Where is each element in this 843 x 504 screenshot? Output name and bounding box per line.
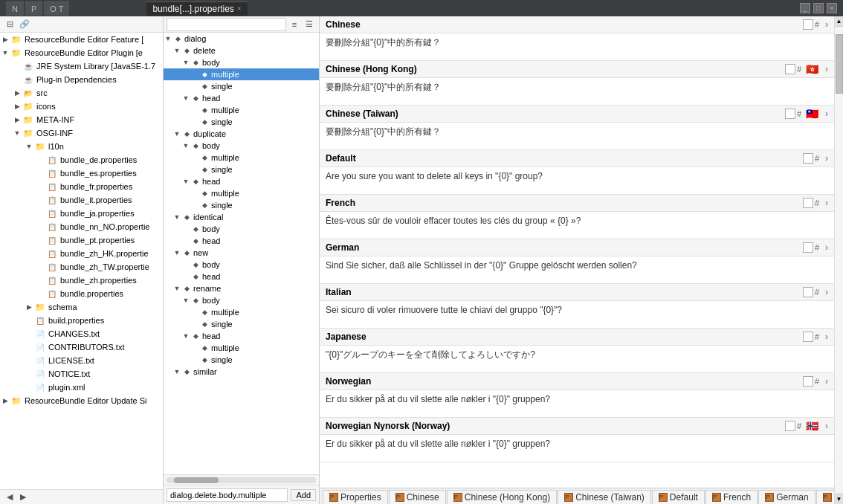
lang-checkbox[interactable] bbox=[803, 242, 813, 253]
tree-item[interactable]: ▼📁OSGI-INF bbox=[0, 126, 163, 140]
lang-text[interactable]: 要刪除分組"{0}"中的所有鍵？ bbox=[320, 123, 834, 149]
bundle-tree[interactable]: ▼◆dialog▼◆delete▼◆body◆multiple◆single▼◆… bbox=[164, 33, 319, 474]
middle-hscroll[interactable] bbox=[164, 474, 319, 485]
lang-text[interactable]: 要刪除分組"{0}"中的所有鍵？ bbox=[320, 33, 834, 60]
bundle-tree-item[interactable]: ▼◆head bbox=[164, 92, 319, 104]
search-input[interactable] bbox=[167, 18, 286, 31]
bottom-tab[interactable]: P German bbox=[758, 490, 815, 504]
bundle-tree-item[interactable]: ◆multiple bbox=[164, 342, 319, 354]
nav-prev-button[interactable]: ◀ bbox=[3, 491, 16, 504]
lang-expand-icon[interactable]: › bbox=[825, 242, 828, 253]
tree-item[interactable]: ☕JRE System Library [JavaSE-1.7 bbox=[0, 59, 163, 73]
lang-expand-icon[interactable]: › bbox=[825, 153, 828, 164]
bundle-tree-item[interactable]: ◆single bbox=[164, 80, 319, 92]
tree-item[interactable]: 📋bundle.properties bbox=[0, 287, 163, 300]
bottom-tab[interactable]: P Chinese (Hong Kong) bbox=[447, 490, 557, 504]
bottom-tab[interactable]: P Properties bbox=[323, 490, 388, 504]
tree-item[interactable]: 📋bundle_fr.properties bbox=[0, 180, 163, 193]
bundle-tree-item[interactable]: ▼◆body bbox=[164, 294, 319, 306]
add-key-button[interactable]: Add bbox=[291, 489, 316, 501]
minimize-button[interactable]: _ bbox=[800, 3, 810, 13]
bundle-tree-item[interactable]: ◆multiple bbox=[164, 306, 319, 318]
tab-n[interactable]: N bbox=[6, 1, 24, 16]
lang-checkbox[interactable] bbox=[803, 153, 813, 164]
bundle-tree-item[interactable]: ▼◆head bbox=[164, 330, 319, 342]
lang-text[interactable]: Are you sure you want to delete all keys… bbox=[320, 167, 834, 194]
lang-text[interactable]: Er du sikker på at du vil slette alle nø… bbox=[320, 390, 834, 417]
tree-item[interactable]: ▼📁ResourceBundle Editor Plugin [e bbox=[0, 46, 163, 59]
lang-expand-icon[interactable]: › bbox=[825, 376, 828, 387]
tree-item[interactable]: 📋bundle_zh_TW.propertie bbox=[0, 260, 163, 274]
lang-checkbox[interactable] bbox=[803, 287, 813, 297]
lang-expand-icon[interactable]: › bbox=[825, 64, 828, 74]
lang-text[interactable]: Êtes-vous sûr de vouloir effacer toutes … bbox=[320, 212, 834, 239]
bottom-tab[interactable]: P Chinese (Taiwan) bbox=[558, 490, 651, 504]
bundle-tree-item[interactable]: ▼◆identical bbox=[164, 211, 319, 223]
bottom-tab[interactable]: P Italian bbox=[816, 490, 834, 504]
lang-text[interactable]: 要刪除分組"{0}"中的所有鍵？ bbox=[320, 78, 834, 105]
lang-checkbox[interactable] bbox=[785, 421, 795, 431]
bundle-tree-item[interactable]: ▼◆duplicate bbox=[164, 128, 319, 140]
bottom-tab[interactable]: P Chinese bbox=[389, 490, 446, 504]
bundle-tree-item[interactable]: ◆multiple bbox=[164, 187, 319, 199]
tree-item[interactable]: 📋bundle_nn_NO.propertie bbox=[0, 220, 163, 233]
scrollbar-up-button[interactable]: ▲ bbox=[835, 16, 843, 27]
lang-checkbox[interactable] bbox=[803, 19, 813, 30]
lang-checkbox[interactable] bbox=[803, 332, 813, 342]
link-editor-button[interactable]: 🔗 bbox=[18, 18, 31, 31]
close-button[interactable]: × bbox=[827, 3, 837, 13]
tree-item[interactable]: ▶📁icons bbox=[0, 100, 163, 113]
bottom-tab[interactable]: P Default bbox=[652, 490, 705, 504]
bundle-tree-item[interactable]: ▼◆head bbox=[164, 175, 319, 187]
tree-item[interactable]: 📄CONTRIBUTORS.txt bbox=[0, 340, 163, 354]
lang-expand-icon[interactable]: › bbox=[825, 332, 828, 342]
bundle-tree-item[interactable]: ◆body bbox=[164, 223, 319, 235]
lang-text[interactable]: Sei sicuro di voler rimuovere tutte le c… bbox=[320, 301, 834, 328]
bundle-tree-item[interactable]: ▼◆delete bbox=[164, 45, 319, 56]
hscroll-thumb[interactable] bbox=[174, 477, 219, 483]
lang-text[interactable]: Er du sikker på at du vil slette alle nø… bbox=[320, 435, 834, 462]
lang-expand-icon[interactable]: › bbox=[825, 421, 828, 431]
lang-expand-icon[interactable]: › bbox=[825, 19, 828, 30]
bundle-tree-item[interactable]: ▼◆rename bbox=[164, 282, 319, 294]
project-tree[interactable]: ▶📁ResourceBundle Editor Feature [▼📁Resou… bbox=[0, 33, 163, 489]
maximize-button[interactable]: □ bbox=[813, 3, 824, 13]
bundle-tree-item[interactable]: ◆multiple bbox=[164, 152, 319, 164]
lang-checkbox[interactable] bbox=[785, 109, 795, 119]
tree-item[interactable]: 📋bundle_ja.properties bbox=[0, 207, 163, 220]
bundle-tree-item[interactable]: ▼◆new bbox=[164, 247, 319, 259]
tree-item[interactable]: 📋bundle_de.properties bbox=[0, 153, 163, 167]
tab-p[interactable]: P bbox=[25, 1, 42, 16]
bundle-tree-item[interactable]: ◆head bbox=[164, 271, 319, 282]
tree-item[interactable]: ▶📁schema bbox=[0, 300, 163, 314]
tree-item[interactable]: 📄plugin.xml bbox=[0, 381, 163, 394]
tree-item[interactable]: 📋bundle_es.properties bbox=[0, 167, 163, 180]
lang-checkbox[interactable] bbox=[803, 376, 813, 387]
tree-item[interactable]: 📋bundle_pt.properties bbox=[0, 233, 163, 247]
bundle-tree-item[interactable]: ▼◆body bbox=[164, 56, 319, 68]
tree-item[interactable]: ▶📁ResourceBundle Editor Update Si bbox=[0, 394, 163, 407]
collapse-all-button[interactable]: ⊟ bbox=[3, 18, 16, 31]
tree-item[interactable]: ▶📁ResourceBundle Editor Feature [ bbox=[0, 33, 163, 46]
nav-next-button[interactable]: ▶ bbox=[16, 491, 30, 504]
close-tab-icon[interactable]: × bbox=[237, 4, 242, 13]
tree-item[interactable]: 📋bundle_zh_HK.propertie bbox=[0, 247, 163, 260]
bundle-tree-item[interactable]: ▼◆body bbox=[164, 140, 319, 152]
tab-bundle-properties[interactable]: bundle[...].properties × bbox=[146, 1, 247, 16]
tree-item[interactable]: 📋bundle_zh.properties bbox=[0, 274, 163, 287]
tree-view-button[interactable]: ☰ bbox=[303, 18, 316, 31]
lang-text[interactable]: Sind Sie sicher, daß alle Schlüssel in d… bbox=[320, 256, 834, 283]
lang-expand-icon[interactable]: › bbox=[825, 109, 828, 119]
bundle-tree-item[interactable]: ▼◆similar bbox=[164, 366, 319, 378]
tree-item[interactable]: 📄CHANGES.txt bbox=[0, 327, 163, 340]
bundle-tree-item[interactable]: ◆body bbox=[164, 259, 319, 271]
list-view-button[interactable]: ≡ bbox=[288, 18, 301, 31]
tree-item[interactable]: ▶📁META-INF bbox=[0, 113, 163, 126]
tree-item[interactable]: 📋build.properties bbox=[0, 314, 163, 327]
tree-item[interactable]: ▶📂src bbox=[0, 86, 163, 100]
bundle-tree-item[interactable]: ◆multiple bbox=[164, 104, 319, 116]
lang-checkbox[interactable] bbox=[785, 64, 795, 74]
lang-text[interactable]: "{0}"グループのキーを全て削除してよろしいですか? bbox=[320, 346, 834, 372]
bundle-tree-item[interactable]: ▼◆dialog bbox=[164, 33, 319, 45]
bundle-tree-item[interactable]: ◆multiple bbox=[164, 68, 319, 80]
